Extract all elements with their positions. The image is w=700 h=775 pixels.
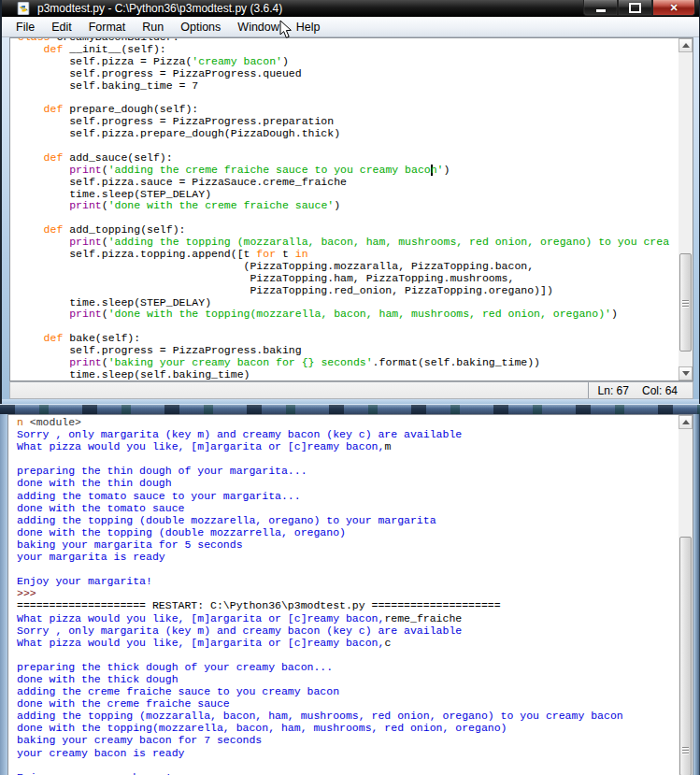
shell-border-left [0, 414, 7, 775]
shell-line: n <module> [17, 416, 679, 428]
arrow-up-icon [682, 420, 690, 424]
menu-format[interactable]: Format [80, 18, 135, 36]
menu-bar: File Edit Format Run Options Window Help [2, 17, 699, 37]
shell-line: done with the topping (double mozzarrell… [17, 526, 679, 538]
shell-line: done with the topping(mozzarella, bacon,… [17, 722, 679, 734]
mouse-cursor-icon [279, 20, 293, 39]
maximize-icon [629, 3, 641, 13]
arrow-down-icon [682, 371, 690, 376]
code-line: time.sleep(self.baking_time) [18, 369, 679, 380]
screen: { "window": { "title": "p3modtest.py - C… [0, 0, 700, 775]
minimize-button[interactable] [583, 0, 618, 16]
code-line: self.baking_time = 7 [18, 80, 679, 93]
code-editor-area[interactable]: class CreamyBaconBuilder: def __init__(s… [9, 37, 693, 381]
arrow-up-icon [682, 43, 690, 48]
shell-line: done with the thin dough [17, 477, 679, 489]
close-icon: ✕ [669, 0, 678, 16]
shell-line: baking your creamy bacon for 7 seconds [17, 734, 679, 746]
window-controls: ✕ [583, 0, 695, 16]
maximize-button[interactable] [618, 0, 652, 16]
shell-line: ==================== RESTART: C:\Python3… [17, 599, 679, 611]
thumb-grip-icon [682, 746, 689, 755]
shell-window: n <module>Sorry , only margarita (key m)… [0, 414, 700, 775]
shell-line: preparing the thick dough of your creamy… [17, 661, 679, 673]
shell-line: What pizza would you like, [m]argarita o… [17, 612, 679, 624]
scroll-down-button[interactable] [679, 366, 693, 380]
code-text[interactable]: class CreamyBaconBuilder: def __init__(s… [10, 38, 679, 380]
shell-line: Sorry , only margarita (key m) and cream… [17, 624, 679, 637]
status-line-indicator: Ln: 67 [598, 384, 629, 397]
shell-line: Sorry , only margarita (key m) and cream… [17, 428, 679, 440]
shell-line: done with the tomato sauce [17, 502, 679, 514]
shell-line [17, 452, 679, 465]
menu-help[interactable]: Help [288, 18, 329, 36]
shell-window-top-edge [0, 404, 700, 414]
shell-border-right [693, 414, 700, 775]
window-border-left [2, 37, 9, 404]
shell-line: What pizza would you like, [m]argarita o… [17, 440, 679, 452]
shell-line: adding the creme fraiche sauce to you cr… [17, 685, 679, 697]
menu-edit[interactable]: Edit [43, 18, 80, 36]
shell-vertical-scrollbar[interactable] [679, 415, 693, 775]
code-line: print('done with the topping(mozzarella,… [18, 309, 679, 321]
shell-line: your margarita is ready [17, 551, 679, 563]
shell-line: done with the creme fraiche sauce [17, 697, 679, 710]
menu-options[interactable]: Options [172, 18, 229, 36]
window-border-right [693, 37, 699, 404]
scroll-up-button[interactable] [679, 415, 693, 429]
shell-line: preparing the thin dough of your margari… [17, 465, 679, 477]
shell-line [17, 649, 679, 661]
editor-vertical-scrollbar[interactable] [679, 38, 693, 380]
status-col-indicator: Col: 64 [642, 384, 678, 397]
shell-output-area[interactable]: n <module>Sorry , only margarita (key m)… [7, 414, 693, 775]
editor-scroll-thumb[interactable] [679, 253, 692, 352]
scroll-up-button[interactable] [679, 38, 693, 52]
shell-line: Enjoy your margarita! [17, 575, 679, 587]
thumb-grip-icon [682, 299, 689, 309]
code-line: self.pizza.prepare_dough(PizzaDough.thic… [18, 128, 679, 140]
shell-line: >>> [17, 587, 679, 599]
shell-scroll-thumb[interactable] [679, 537, 692, 775]
shell-line [17, 563, 679, 575]
shell-line: What pizza would you like, [m]argarita o… [17, 637, 679, 649]
close-button[interactable]: ✕ [652, 0, 695, 16]
title-bar[interactable]: p3modtest.py - C:\Python36\p3modtest.py … [2, 0, 699, 17]
window-title: p3modtest.py - C:\Python36\p3modtest.py … [37, 0, 282, 17]
code-line: print('done with the creme fraiche sauce… [18, 200, 679, 212]
shell-line: done with the thick dough [17, 673, 679, 685]
shell-line: your creamy bacon is ready [17, 747, 679, 759]
editor-window: p3modtest.py - C:\Python36\p3modtest.py … [2, 0, 699, 404]
shell-line: baking your margarita for 5 seconds [17, 538, 679, 551]
idle-file-icon [17, 2, 30, 15]
shell-line: Enjoy your creamy bacon! [17, 771, 679, 775]
shell-line: adding the tomato sauce to your margarit… [17, 490, 679, 502]
minimize-icon [596, 9, 606, 12]
shell-line [17, 759, 679, 771]
shell-text[interactable]: n <module>Sorry , only margarita (key m)… [8, 415, 679, 775]
status-bar: Ln: 67 Col: 64 [9, 381, 693, 399]
shell-line: adding the topping (mozzaralla, bacon, h… [17, 710, 679, 722]
menu-run[interactable]: Run [134, 18, 172, 36]
menu-file[interactable]: File [7, 18, 43, 36]
shell-line: adding the topping (double mozzarella, o… [17, 514, 679, 526]
